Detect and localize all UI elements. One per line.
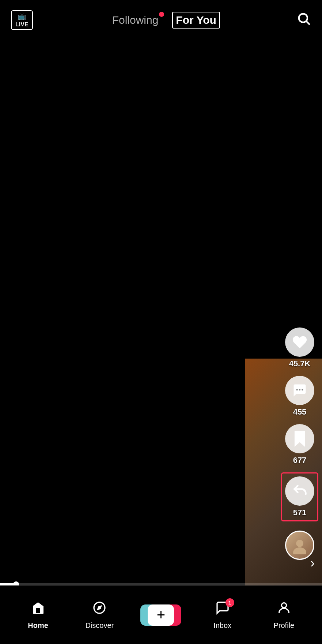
comment-action[interactable]: 455 [285, 376, 314, 417]
discover-icon [92, 600, 107, 618]
creator-avatar[interactable] [285, 531, 314, 560]
top-navigation: 📺 LIVE Following For You [0, 0, 322, 40]
nav-create[interactable]: + [139, 603, 183, 627]
for-you-label: For You [176, 14, 216, 26]
svg-point-11 [281, 603, 286, 607]
nav-inbox[interactable]: 1 Inbox [201, 600, 245, 630]
notification-dot [159, 12, 164, 17]
svg-line-1 [307, 21, 309, 24]
create-btn-white: + [148, 604, 174, 626]
nav-discover[interactable]: Discover [77, 600, 121, 630]
inbox-label: Inbox [213, 621, 231, 630]
comment-icon [285, 376, 314, 405]
following-label: Following [112, 14, 159, 26]
search-button[interactable] [296, 11, 311, 29]
plus-icon: + [157, 607, 165, 623]
nav-home[interactable]: Home [16, 600, 60, 630]
tv-icon: 📺 [18, 12, 26, 20]
avatar-image [285, 531, 314, 560]
for-you-tab[interactable]: For You [172, 12, 220, 29]
svg-point-6 [296, 540, 303, 547]
bookmark-count: 677 [293, 456, 307, 465]
right-actions: 45.7K 455 677 [281, 327, 318, 560]
share-count: 571 [293, 508, 307, 517]
bookmark-action[interactable]: 677 [285, 424, 314, 465]
profile-icon [277, 600, 291, 618]
live-label: LIVE [15, 21, 29, 28]
following-tab[interactable]: Following [109, 12, 162, 28]
like-action[interactable]: 45.7K [285, 327, 314, 368]
create-button[interactable]: + [143, 603, 179, 627]
svg-point-7 [293, 547, 306, 554]
like-icon [285, 327, 314, 357]
svg-marker-10 [97, 605, 102, 610]
nav-profile[interactable]: Profile [262, 600, 306, 630]
svg-rect-8 [36, 608, 40, 613]
bottom-navigation: Home Discover + 1 Inbox [0, 585, 322, 644]
nav-tabs: Following For You [109, 12, 220, 29]
svg-point-4 [302, 389, 303, 390]
share-icon [285, 476, 314, 506]
svg-point-3 [299, 389, 300, 390]
svg-point-2 [296, 389, 298, 390]
profile-label: Profile [273, 621, 294, 630]
live-button[interactable]: 📺 LIVE [11, 10, 33, 30]
home-label: Home [28, 621, 48, 630]
share-action[interactable]: 571 [285, 476, 314, 517]
like-count: 45.7K [289, 359, 311, 368]
bookmark-icon [285, 424, 314, 453]
inbox-icon: 1 [215, 600, 230, 618]
comment-count: 455 [293, 407, 307, 417]
inbox-badge: 1 [226, 598, 234, 607]
svg-marker-5 [295, 431, 305, 447]
home-icon [31, 600, 45, 618]
share-action-container[interactable]: 571 [281, 472, 318, 521]
discover-label: Discover [85, 621, 114, 630]
